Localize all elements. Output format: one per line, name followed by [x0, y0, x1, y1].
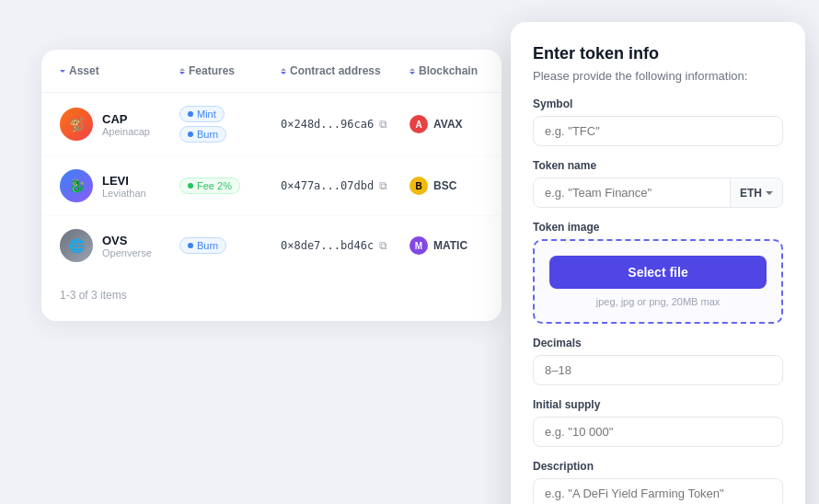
avatar-cap: 🐒: [60, 108, 93, 141]
col-asset-label: Asset: [69, 64, 99, 77]
asset-sub-levi: Leviathan: [102, 188, 146, 199]
pagination-label: 1-3 of 3 items: [60, 289, 127, 302]
contract-sort-icon: [281, 68, 286, 74]
copy-icon-cap[interactable]: ⧉: [379, 118, 387, 131]
blockchain-sort-icon: [410, 68, 415, 74]
token-name-label: Token name: [533, 159, 783, 172]
field-description: Description: [533, 460, 783, 504]
badge-fee-label: Fee 2%: [197, 180, 232, 191]
token-image-label: Token image: [533, 221, 783, 234]
field-symbol: Symbol: [533, 97, 783, 146]
avatar-levi: 🐉: [60, 169, 93, 202]
asset-name-ovs: OVS: [102, 234, 152, 247]
decimals-label: Decimals: [533, 337, 783, 349]
symbol-label: Symbol: [533, 97, 783, 110]
chain-name-levi: BSC: [433, 179, 456, 192]
chain-name-cap: AVAX: [433, 118, 463, 131]
chain-logo-matic: M: [410, 236, 428, 255]
asset-sub-ovs: Openverse: [102, 247, 152, 258]
chain-logo-bsc: B: [410, 177, 428, 195]
col-features[interactable]: Features: [179, 64, 281, 77]
cell-blockchain-cap: A AVAX: [410, 115, 483, 133]
copy-icon-ovs[interactable]: ⧉: [379, 239, 387, 252]
cell-blockchain-ovs: M MATIC: [410, 236, 483, 255]
token-name-input[interactable]: [534, 178, 730, 207]
contract-addr-ovs: 0×8de7...bd46c: [281, 239, 374, 252]
chain-name-ovs: MATIC: [433, 239, 467, 252]
dot-burn: [188, 132, 193, 137]
field-token-name: Token name ETH: [533, 159, 783, 208]
initial-supply-label: Initial supply: [533, 398, 783, 411]
badge-burn-ovs-label: Burn: [197, 240, 218, 251]
asset-name-cap: CAP: [102, 112, 150, 126]
features-sort-icon: [179, 68, 185, 74]
description-label: Description: [533, 460, 783, 473]
decimals-input[interactable]: [533, 355, 783, 385]
cell-contract-ovs: 0×8de7...bd46c ⧉: [281, 239, 410, 252]
asset-info-levi: LEVI Leviathan: [102, 174, 146, 199]
cell-asset-cap: 🐒 CAP Apeinacap: [60, 108, 179, 141]
col-blockchain-label: Blockchain: [419, 64, 478, 77]
cell-features-ovs: Burn: [179, 237, 281, 254]
badge-burn-label: Burn: [197, 129, 218, 140]
eth-suffix[interactable]: ETH: [730, 179, 782, 207]
badge-fee: Fee 2%: [179, 178, 240, 194]
table-row: 🌐 OVS Openverse Burn 0×8de7...bd46c ⧉: [41, 216, 502, 275]
asset-name-levi: LEVI: [102, 174, 146, 188]
cell-contract-levi: 0×477a...07dbd ⧉: [281, 179, 410, 192]
eth-suffix-label: ETH: [740, 187, 762, 200]
select-file-button[interactable]: Select file: [549, 256, 767, 289]
modal-panel: Enter token info Please provide the foll…: [511, 22, 805, 504]
badge-mint-label: Mint: [197, 109, 216, 120]
chevron-down-icon: [766, 191, 773, 195]
dot-fee: [188, 183, 193, 189]
cell-asset-ovs: 🌐 OVS Openverse: [60, 229, 179, 262]
modal-title: Enter token info: [533, 44, 783, 63]
table-card: Asset Features Contract address: [41, 50, 502, 321]
cell-contract-cap: 0×248d...96ca6 ⧉: [281, 118, 410, 131]
file-upload-area[interactable]: Select file jpeg, jpg or png, 20MB max: [533, 239, 783, 324]
modal-subtitle: Please provide the following information…: [533, 69, 783, 83]
chain-logo-avax: A: [410, 115, 428, 133]
table-row: 🐒 CAP Apeinacap Mint Burn: [41, 93, 502, 156]
table-body: 🐒 CAP Apeinacap Mint Burn: [41, 93, 502, 275]
asset-sort-icon: [60, 70, 65, 73]
cell-blockchain-levi: B BSC: [410, 177, 483, 195]
table-header: Asset Features Contract address: [41, 50, 502, 93]
file-hint-text: jpeg, jpg or png, 20MB max: [549, 296, 767, 307]
copy-icon-levi[interactable]: ⧉: [379, 179, 387, 192]
token-name-input-wrapper: ETH: [533, 178, 783, 208]
badge-burn-ovs: Burn: [179, 237, 226, 254]
field-decimals: Decimals: [533, 337, 783, 385]
col-blockchain: Blockchain: [410, 64, 483, 77]
cell-asset-levi: 🐉 LEVI Leviathan: [60, 169, 179, 202]
dot-burn-ovs: [188, 243, 193, 248]
col-asset[interactable]: Asset: [60, 64, 179, 77]
badge-burn: Burn: [179, 126, 226, 143]
field-initial-supply: Initial supply: [533, 398, 783, 447]
cell-features-levi: Fee 2%: [179, 178, 281, 194]
asset-info-ovs: OVS Openverse: [102, 234, 152, 258]
col-contract[interactable]: Contract address: [281, 64, 410, 77]
asset-sub-cap: Apeinacap: [102, 126, 150, 137]
cell-features-cap: Mint Burn: [179, 106, 281, 143]
asset-info-cap: CAP Apeinacap: [102, 112, 150, 137]
col-contract-label: Contract address: [290, 64, 381, 77]
col-features-label: Features: [189, 64, 235, 77]
symbol-input[interactable]: [533, 116, 783, 146]
field-token-image: Token image Select file jpeg, jpg or png…: [533, 221, 783, 324]
avatar-ovs: 🌐: [60, 229, 93, 262]
initial-supply-input[interactable]: [533, 417, 783, 447]
scene: Asset Features Contract address: [14, 22, 805, 482]
table-row: 🐉 LEVI Leviathan Fee 2% 0×477a...07dbd ⧉: [41, 156, 502, 216]
dot-mint: [188, 111, 193, 117]
contract-addr-levi: 0×477a...07dbd: [281, 179, 374, 192]
contract-addr-cap: 0×248d...96ca6: [281, 118, 374, 131]
description-input[interactable]: [533, 478, 783, 504]
badge-mint: Mint: [179, 106, 225, 122]
table-footer: 1-3 of 3 items: [41, 275, 502, 303]
